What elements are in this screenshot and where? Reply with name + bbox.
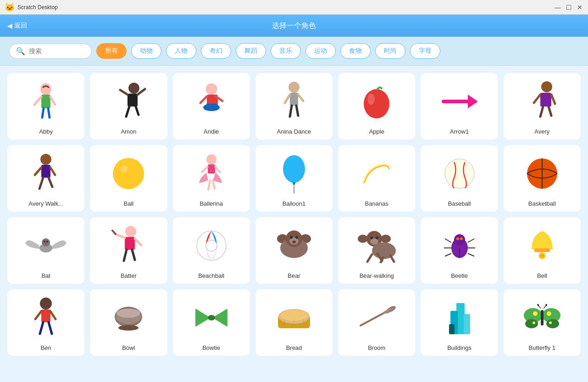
svg-point-58 (44, 241, 45, 242)
svg-point-43 (120, 165, 128, 173)
sprite-card-avery-walk[interactable]: Avery Walk... (7, 145, 84, 212)
svg-point-140 (537, 304, 539, 306)
filter-letters[interactable]: 字母 (410, 43, 440, 59)
filter-all[interactable]: 所有 (96, 43, 127, 59)
sprite-card-andie[interactable]: Andie (173, 73, 250, 140)
sprite-card-apple[interactable]: Apple (338, 73, 415, 140)
sprite-image-ballerina (177, 150, 246, 197)
svg-point-103 (540, 253, 544, 258)
titlebar: 🐱 Scratch Desktop — ☐ ✕ (0, 0, 588, 15)
sprite-card-bowl[interactable]: Bowl (90, 289, 167, 356)
sprite-card-avery[interactable]: Avery (504, 73, 581, 140)
svg-line-64 (112, 230, 116, 234)
svg-line-11 (126, 107, 129, 117)
svg-line-34 (540, 107, 543, 117)
minimize-button[interactable]: — (553, 3, 562, 12)
sprite-card-amon[interactable]: Amon (90, 73, 167, 140)
sprite-card-arrow1[interactable]: Arrow1 (421, 73, 498, 140)
filter-animals[interactable]: 动物 (131, 43, 161, 59)
sprite-label-bowtie: Bowtie (177, 344, 246, 351)
svg-line-93 (445, 239, 451, 242)
sprite-label-batter: Batter (94, 272, 163, 279)
svg-point-134 (533, 311, 538, 316)
sprite-card-ball[interactable]: Ball (90, 145, 167, 212)
sprite-label-anina-dance: Anina Dance (259, 128, 329, 135)
svg-point-16 (203, 104, 220, 111)
maximize-button[interactable]: ☐ (564, 3, 573, 12)
svg-line-39 (50, 168, 55, 175)
svg-point-136 (533, 321, 535, 324)
filter-fantasy[interactable]: 奇幻 (201, 43, 231, 59)
sprite-card-bread[interactable]: Bread (255, 289, 333, 356)
svg-point-99 (456, 237, 459, 240)
sprite-card-beetle[interactable]: Beetle (421, 217, 498, 284)
sprite-card-bananas[interactable]: Bananas (338, 145, 415, 212)
sprite-card-butterfly1[interactable]: Butterfly 1 (504, 289, 581, 356)
back-arrow-icon: ◀ (7, 22, 12, 29)
svg-point-6 (40, 84, 51, 95)
sprite-card-abby[interactable]: Abby (7, 73, 84, 140)
back-label: 返回 (14, 22, 27, 30)
sprite-image-bear-walking (342, 222, 411, 270)
sprite-image-abby (11, 78, 81, 125)
sprite-card-batter[interactable]: Batter (90, 217, 167, 284)
filter-food[interactable]: 食物 (340, 43, 371, 59)
svg-point-83 (370, 238, 378, 245)
close-button[interactable]: ✕ (575, 3, 584, 12)
svg-point-30 (541, 81, 552, 92)
svg-line-9 (120, 90, 128, 95)
sprite-image-andie (177, 78, 246, 125)
sprite-card-basketball[interactable]: Basketball (504, 145, 581, 212)
svg-line-22 (285, 95, 290, 103)
sprite-card-baseball[interactable]: Baseball (421, 145, 498, 212)
search-box[interactable]: 🔍 (9, 44, 92, 59)
svg-point-70 (206, 240, 217, 251)
sprite-image-bowtie (177, 294, 246, 342)
svg-marker-51 (292, 182, 296, 186)
svg-line-66 (124, 250, 127, 261)
svg-rect-101 (534, 248, 550, 252)
filter-music[interactable]: 音乐 (271, 43, 301, 59)
svg-line-67 (132, 250, 135, 260)
svg-line-48 (208, 180, 210, 190)
svg-rect-133 (541, 310, 544, 326)
sprite-card-bowtie[interactable]: Bowtie (173, 289, 250, 356)
svg-point-77 (295, 236, 298, 239)
sprite-card-bear[interactable]: Bear (255, 217, 333, 284)
sprite-card-ballerina[interactable]: Ballerina (173, 145, 250, 212)
sprite-card-balloon1[interactable]: Balloon1 (255, 145, 333, 212)
sprite-card-bat[interactable]: Bat (7, 217, 84, 284)
svg-line-12 (136, 107, 139, 115)
svg-line-106 (35, 311, 41, 319)
svg-line-47 (215, 167, 220, 172)
sprite-card-broom[interactable]: Broom (338, 289, 415, 356)
back-button[interactable]: ◀ 返回 (7, 22, 27, 30)
sprite-image-bear (259, 222, 329, 270)
filter-sports[interactable]: 运动 (305, 43, 336, 59)
filter-dance[interactable]: 舞蹈 (236, 43, 266, 59)
sprite-label-broom: Broom (342, 344, 411, 351)
sprite-card-bear-walking[interactable]: Bear-walking (338, 217, 415, 284)
svg-point-60 (45, 242, 47, 244)
sprite-card-ben[interactable]: Ben (7, 289, 84, 356)
svg-point-131 (525, 319, 538, 328)
svg-line-41 (49, 178, 52, 187)
filter-fashion[interactable]: 时尚 (375, 43, 405, 59)
sprite-image-anina-dance (259, 78, 329, 125)
svg-line-23 (298, 95, 303, 101)
svg-line-86 (367, 254, 372, 262)
search-input[interactable] (29, 47, 89, 55)
svg-line-46 (202, 167, 208, 172)
sprite-card-anina-dance[interactable]: Anina Dance (255, 73, 333, 140)
svg-line-65 (135, 239, 141, 245)
svg-rect-8 (128, 94, 138, 107)
sprite-card-beachball[interactable]: Beachball (173, 217, 250, 284)
filter-people[interactable]: 人物 (166, 43, 196, 59)
sprite-label-apple: Apple (342, 128, 411, 135)
sprite-card-buildings[interactable]: Buildings (421, 289, 498, 356)
sprite-image-broom (342, 294, 411, 342)
svg-point-27 (367, 94, 375, 105)
sprite-image-avery-walk (11, 150, 81, 197)
sprite-card-bell[interactable]: Bell (504, 217, 581, 284)
svg-line-32 (534, 95, 540, 103)
